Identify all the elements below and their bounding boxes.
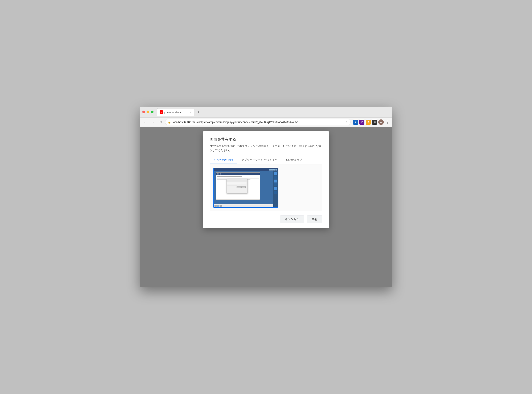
close-button[interactable] bbox=[142, 111, 145, 113]
back-button[interactable]: ← bbox=[142, 119, 148, 125]
mini-taskbar-icon bbox=[271, 169, 273, 171]
mini-win-titlebar bbox=[216, 173, 260, 175]
cancel-button[interactable]: キャンセル bbox=[280, 216, 304, 223]
mini-dock-item bbox=[274, 191, 277, 194]
mini-dock bbox=[273, 171, 278, 207]
mini-dialog-titlebar bbox=[226, 179, 247, 181]
bookmark-star-icon[interactable]: ☆ bbox=[345, 120, 348, 124]
mini-dock-item bbox=[274, 172, 277, 175]
dialog-buttons: キャンセル 共有 bbox=[210, 216, 322, 223]
share-button[interactable]: 共有 bbox=[307, 216, 322, 223]
mini-dialog-content bbox=[226, 181, 247, 189]
mini-win-dot bbox=[220, 173, 221, 175]
traffic-lights bbox=[142, 111, 153, 113]
tab-your-screen[interactable]: あなたの全画面 bbox=[210, 156, 237, 164]
new-tab-button[interactable]: + bbox=[196, 109, 201, 115]
mini-dock-item bbox=[274, 176, 277, 179]
content-area: ▶ 0:00 画面を共有する http://localhost:63341 が画… bbox=[140, 127, 392, 287]
mini-dialog-line bbox=[227, 184, 240, 184]
maximize-button[interactable] bbox=[151, 111, 153, 113]
reload-icon: ↻ bbox=[159, 120, 162, 124]
tab-chrome-tab[interactable]: Chrome タブ bbox=[282, 156, 306, 164]
mini-dock-item bbox=[274, 183, 277, 186]
dialog-description: http://localhost:63341 が画面コンテンツの共有をリクエスト… bbox=[210, 144, 322, 152]
back-icon: ← bbox=[144, 120, 147, 124]
dialog-overlay: 画面を共有する http://localhost:63341 が画面コンテンツの… bbox=[140, 127, 392, 287]
extension-info-icon[interactable]: i bbox=[353, 120, 358, 125]
extension-v-icon[interactable]: V bbox=[359, 120, 365, 125]
title-bar: youtube stack × + bbox=[140, 107, 392, 118]
tab-application-window[interactable]: アプリケーション ウィンドウ bbox=[237, 156, 282, 164]
mini-taskbar-icon bbox=[276, 169, 277, 171]
minimize-button[interactable] bbox=[146, 111, 149, 113]
dialog-title: 画面を共有する bbox=[210, 137, 322, 142]
browser-menu-button[interactable]: ⋮ bbox=[385, 120, 390, 124]
tab-bar: youtube stack × + bbox=[157, 108, 390, 116]
extension-badge-icon[interactable]: 2 bbox=[366, 120, 371, 125]
forward-button[interactable]: → bbox=[150, 119, 156, 125]
tab-title: youtube stack bbox=[164, 111, 187, 114]
mini-dialog-line bbox=[227, 185, 237, 186]
avatar[interactable]: A bbox=[378, 119, 384, 125]
mini-screen bbox=[214, 168, 278, 207]
mini-bottom-bar bbox=[214, 204, 273, 207]
address-bar[interactable]: 🔒 localhost:63341/m5stackjs/examples/htm… bbox=[165, 119, 350, 125]
mini-dialog-btn bbox=[241, 186, 246, 188]
reload-button[interactable]: ↻ bbox=[157, 119, 163, 125]
mini-bottom-icon bbox=[217, 205, 219, 207]
screen-preview-thumbnail[interactable] bbox=[213, 168, 278, 208]
mini-dialog bbox=[226, 179, 247, 193]
mini-taskbar-icons bbox=[269, 169, 277, 171]
mini-taskbar-icon bbox=[269, 169, 271, 171]
tab-close-button[interactable]: × bbox=[189, 110, 192, 114]
lock-icon: 🔒 bbox=[168, 121, 171, 124]
extension-qr-icon[interactable]: ▦ bbox=[372, 120, 377, 125]
mini-dialog-line bbox=[227, 183, 246, 183]
mini-taskbar bbox=[214, 168, 278, 171]
mini-win-line bbox=[217, 178, 259, 178]
forward-icon: → bbox=[151, 120, 155, 124]
mini-dock-item bbox=[274, 187, 277, 190]
tab-favicon-icon bbox=[160, 110, 163, 114]
mini-win-dot bbox=[218, 173, 219, 175]
screen-share-dialog: 画面を共有する http://localhost:63341 が画面コンテンツの… bbox=[203, 131, 329, 228]
preview-area bbox=[210, 164, 322, 211]
extensions-bar: i V 2 ▦ A ⋮ bbox=[353, 119, 390, 125]
mini-win-dot bbox=[217, 173, 218, 175]
mini-dialog-btn bbox=[237, 186, 241, 188]
active-tab[interactable]: youtube stack × bbox=[157, 108, 195, 116]
nav-bar: ← → ↻ 🔒 localhost:63341/m5stackjs/exampl… bbox=[140, 118, 392, 127]
mini-taskbar-icon bbox=[273, 169, 275, 171]
mini-dialog-buttons bbox=[227, 186, 246, 188]
mini-bottom-icon bbox=[214, 205, 217, 207]
mini-bottom-icon bbox=[219, 205, 222, 207]
dialog-tab-bar: あなたの全画面 アプリケーション ウィンドウ Chrome タブ bbox=[210, 156, 322, 164]
mini-dock-item bbox=[274, 180, 277, 182]
browser-window: youtube stack × + ← → ↻ 🔒 localhost:6334… bbox=[140, 107, 392, 287]
mini-win-line bbox=[217, 176, 242, 177]
address-text: localhost:63341/m5stackjs/examples/html/… bbox=[173, 120, 343, 124]
